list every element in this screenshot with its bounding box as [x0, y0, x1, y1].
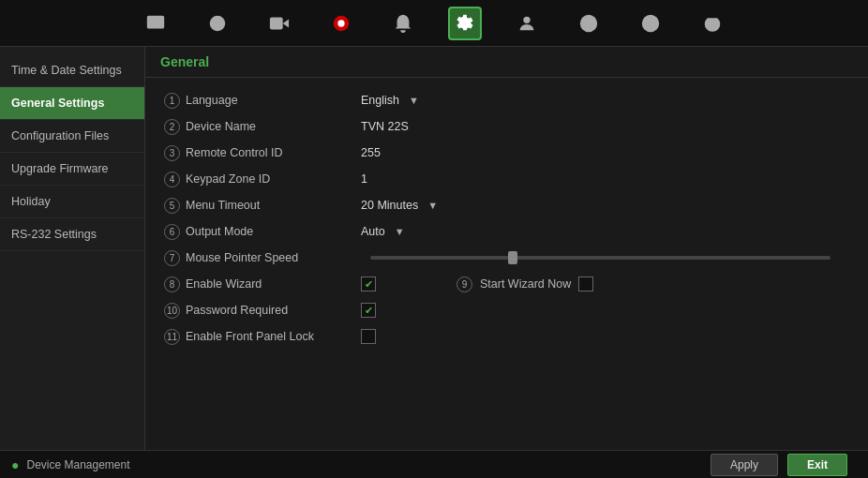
device-name-row: 2 Device Name TVN 22S — [164, 113, 849, 140]
sidebar-item-holiday[interactable]: Holiday — [0, 186, 144, 218]
language-value: English ▼ — [361, 94, 849, 107]
bottom-bar: ● Device Management Apply Exit — [0, 450, 868, 478]
output-mode-value: Auto ▼ — [361, 225, 849, 238]
start-wizard-now-group: 9 Start Wizard Now — [456, 276, 593, 292]
mouse-speed-slider[interactable] — [370, 256, 831, 260]
num-6: 6 — [164, 224, 180, 240]
svg-point-4 — [337, 20, 344, 26]
num-4: 4 — [164, 172, 180, 187]
enable-wizard-row: 8 Enable Wizard 9 Start Wizard Now — [164, 271, 849, 297]
shutdown-icon[interactable] — [696, 7, 729, 40]
svg-rect-2 — [270, 17, 283, 29]
num-5: 5 — [164, 198, 180, 214]
content-header: General — [145, 47, 868, 78]
num-2: 2 — [164, 119, 180, 135]
front-panel-lock-checkbox[interactable] — [361, 329, 376, 344]
keypad-zone-value: 1 — [361, 172, 849, 186]
device-name-label: 2 Device Name — [164, 119, 361, 135]
start-wizard-label: Start Wizard Now — [480, 277, 571, 291]
content-panel: General 1 Language English ▼ 2 Device Na… — [145, 47, 868, 450]
language-dropdown-arrow[interactable]: ▼ — [409, 95, 419, 106]
info-icon[interactable] — [572, 7, 606, 40]
camera-icon[interactable] — [262, 7, 296, 40]
account-icon[interactable] — [510, 7, 544, 40]
apply-button[interactable]: Apply — [711, 454, 778, 476]
password-required-value — [361, 303, 849, 318]
exit-button[interactable]: Exit — [787, 454, 847, 476]
password-required-label: 10 Password Required — [164, 303, 361, 319]
mouse-speed-label: 7 Mouse Pointer Speed — [164, 250, 361, 266]
remote-control-label: 3 Remote Control ID — [164, 145, 361, 161]
enable-wizard-checkbox[interactable] — [361, 276, 376, 291]
sidebar-item-general[interactable]: General Settings — [0, 87, 144, 120]
settings-area: 1 Language English ▼ 2 Device Name TVN 2… — [145, 78, 868, 359]
sidebar-item-time-date[interactable]: Time & Date Settings — [0, 54, 144, 87]
menu-timeout-dropdown-arrow[interactable]: ▼ — [427, 200, 438, 211]
svg-rect-0 — [147, 15, 164, 28]
enable-wizard-label: 8 Enable Wizard — [164, 276, 361, 292]
device-name-value: TVN 22S — [361, 120, 849, 133]
num-3: 3 — [164, 145, 180, 161]
playback-icon[interactable] — [201, 7, 234, 40]
keypad-zone-row: 4 Keypad Zone ID 1 — [164, 166, 849, 192]
menu-timeout-value: 20 Minutes ▼ — [361, 199, 849, 212]
language-row: 1 Language English ▼ — [164, 87, 849, 113]
main-area: Time & Date Settings General Settings Co… — [0, 47, 868, 450]
record-icon[interactable] — [324, 7, 358, 40]
output-mode-row: 6 Output Mode Auto ▼ — [164, 218, 849, 245]
mouse-speed-row: 7 Mouse Pointer Speed — [164, 245, 849, 271]
mouse-speed-slider-container — [361, 256, 849, 260]
bottom-status: ● Device Management — [11, 457, 130, 472]
num-9: 9 — [456, 276, 472, 292]
password-required-row: 10 Password Required — [164, 297, 849, 323]
sidebar-item-upgrade[interactable]: Upgrade Firmware — [0, 153, 144, 186]
password-required-checkbox[interactable] — [361, 303, 376, 318]
front-panel-lock-row: 11 Enable Front Panel Lock — [164, 323, 849, 350]
enable-wizard-value: 9 Start Wizard Now — [361, 276, 849, 292]
num-1: 1 — [164, 93, 180, 109]
output-mode-label: 6 Output Mode — [164, 224, 361, 240]
alarm-icon[interactable] — [386, 7, 420, 40]
sidebar: Time & Date Settings General Settings Co… — [0, 47, 145, 450]
sidebar-item-rs232[interactable]: RS-232 Settings — [0, 218, 144, 251]
sidebar-item-config-files[interactable]: Configuration Files — [0, 120, 144, 153]
top-navigation — [0, 0, 868, 47]
start-wizard-checkbox[interactable] — [578, 276, 593, 291]
num-8: 8 — [164, 276, 180, 292]
output-mode-dropdown-arrow[interactable]: ▼ — [395, 226, 405, 237]
num-10: 10 — [164, 303, 180, 319]
device-management-label: Device Management — [26, 458, 129, 471]
front-panel-lock-value — [361, 329, 849, 344]
keypad-zone-label: 4 Keypad Zone ID — [164, 172, 361, 187]
remote-control-value: 255 — [361, 146, 849, 159]
help-icon[interactable] — [634, 7, 667, 40]
slider-thumb[interactable] — [508, 251, 517, 264]
bottom-buttons: Apply Exit — [711, 454, 847, 476]
menu-timeout-label: 5 Menu Timeout — [164, 198, 361, 214]
remote-control-row: 3 Remote Control ID 255 — [164, 140, 849, 166]
num-11: 11 — [164, 329, 180, 345]
svg-point-5 — [523, 16, 530, 22]
settings-icon[interactable] — [448, 7, 482, 40]
menu-timeout-row: 5 Menu Timeout 20 Minutes ▼ — [164, 192, 849, 218]
live-view-icon[interactable] — [139, 7, 172, 40]
num-7: 7 — [164, 250, 180, 266]
front-panel-lock-label: 11 Enable Front Panel Lock — [164, 329, 361, 345]
language-label: 1 Language — [164, 93, 361, 109]
